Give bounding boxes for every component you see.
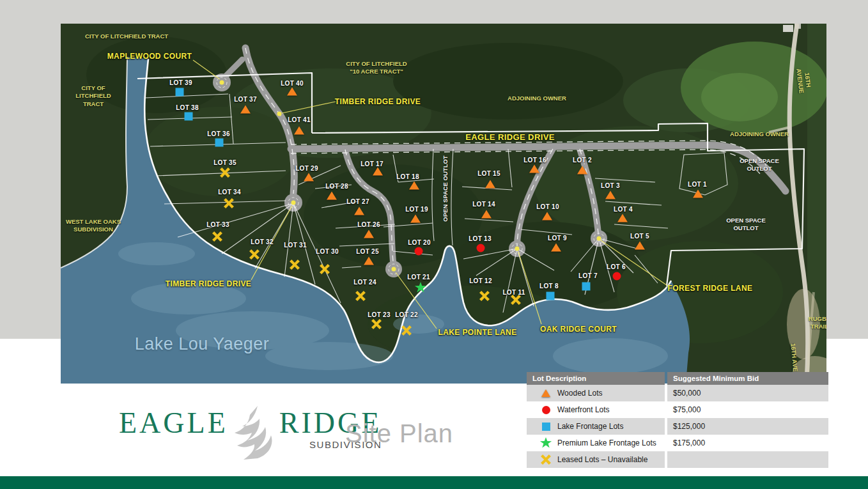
lot-label: LOT 23 <box>368 311 391 318</box>
legend-row-bid: $75,000 <box>667 401 828 418</box>
legend-row: Leased Lots – Unavailable <box>527 451 828 468</box>
legend-row-label: Leased Lots – Unavailable <box>557 455 647 464</box>
lot-label: LOT 7 <box>578 272 598 279</box>
lot-marker-wooded <box>327 192 337 200</box>
lot-label: LOT 12 <box>469 277 492 284</box>
lot-label: LOT 32 <box>251 238 274 245</box>
lot-label: LOT 1 <box>688 181 707 188</box>
lot-marker-leased <box>401 325 412 336</box>
waterfront-marker-icon <box>534 406 557 414</box>
area-label: OPEN SPACE OUTLOT <box>740 157 779 173</box>
lot-marker-leased <box>511 295 521 305</box>
legend-row-label: Waterfront Lots <box>557 405 610 414</box>
lot-label: LOT 4 <box>614 206 633 213</box>
lot-label: LOT 3 <box>601 182 620 189</box>
lot-marker-waterfront <box>415 247 423 256</box>
legend-lot-description-cell: Waterfront Lots <box>527 401 665 418</box>
road-label: EAGLE RIDGE DRIVE <box>465 132 555 142</box>
eagle-icon <box>226 405 284 460</box>
lot-label: LOT 6 <box>607 263 626 270</box>
lot-label: LOT 30 <box>316 248 339 255</box>
lot-marker-wooded <box>529 165 539 173</box>
lot-marker-wooded <box>635 242 645 250</box>
lot-marker-wooded <box>617 214 628 222</box>
area-label: CITY OF LITCHFIELD TRACT <box>85 33 168 40</box>
area-label: WEST LAKE OAKS SUBDIVISION <box>66 218 121 234</box>
road-label: MAPLEWOOD COURT <box>107 52 192 61</box>
lot-label: LOT 20 <box>408 239 431 246</box>
lot-marker-wooded <box>294 127 304 135</box>
legend-row-label: Premium Lake Frontage Lots <box>557 439 656 447</box>
lot-marker-wooded <box>410 215 421 223</box>
lot-marker-wooded <box>481 210 492 219</box>
lot-marker-wooded <box>409 182 419 190</box>
area-label: 16TH AVENUE <box>794 67 812 94</box>
lot-label: LOT 37 <box>234 96 257 103</box>
area-label: OPEN SPACE OUTLOT <box>442 155 449 221</box>
lot-label: LOT 8 <box>539 283 559 290</box>
lot-marker-lake-frontage <box>185 113 193 121</box>
lot-label: LOT 38 <box>176 104 199 111</box>
lot-label: LOT 41 <box>288 116 311 123</box>
site-plan-map: CITY OF LITCHFIELD TRACTCITY OF LITCHFIE… <box>61 24 826 384</box>
road-label: LAKE POINTE LANE <box>438 328 516 337</box>
lot-label: LOT 5 <box>630 233 649 240</box>
lot-marker-wooded <box>287 88 297 96</box>
lot-marker-leased <box>249 249 260 260</box>
lot-marker-lake-frontage <box>582 283 591 291</box>
lot-marker-waterfront <box>613 272 621 281</box>
lot-marker-lake-frontage <box>546 292 555 300</box>
lot-label: LOT 15 <box>477 170 500 177</box>
legend-row-bid <box>667 451 828 468</box>
lot-label: LOT 40 <box>281 80 304 87</box>
lot-marker-wooded <box>542 212 552 221</box>
legend-row-bid: $175,000 <box>667 435 828 451</box>
lot-label: LOT 39 <box>169 79 192 86</box>
footer-bar <box>0 476 868 489</box>
area-label: CITY OF LITCHFIELD TRACT <box>75 84 111 108</box>
wooded-marker-icon <box>534 389 557 397</box>
lot-marker-lake-frontage <box>215 139 224 147</box>
lot-marker-leased <box>479 291 490 301</box>
area-label: 16TH AVE <box>789 343 799 371</box>
lot-marker-leased <box>212 231 222 242</box>
lot-marker-wooded <box>551 244 561 252</box>
road-label: TIMBER RIDGE DRIVE <box>335 97 421 106</box>
lot-label: LOT 29 <box>295 165 318 172</box>
lot-marker-wooded <box>693 190 703 198</box>
lot-label: LOT 35 <box>213 159 236 166</box>
lot-label: LOT 34 <box>218 189 241 196</box>
legend-row-label: Wooded Lots <box>557 389 603 398</box>
lot-marker-leased <box>320 264 330 274</box>
lot-label: LOT 16 <box>523 157 546 164</box>
legend-table: Lot Description Suggested Minimum Bid Wo… <box>527 372 828 468</box>
lot-marker-leased <box>355 291 366 301</box>
lot-marker-leased <box>224 198 234 208</box>
area-label: Lake Lou Yaeger <box>135 333 270 355</box>
area-label: CITY OF LITCHFIELD "10 ACRE TRACT" <box>346 60 407 76</box>
lot-label: LOT 18 <box>396 173 419 180</box>
legend-header-minimum-bid: Suggested Minimum Bid <box>667 372 828 385</box>
legend-header-lot-description: Lot Description <box>527 372 665 385</box>
map-labels-layer: CITY OF LITCHFIELD TRACTCITY OF LITCHFIE… <box>61 24 826 384</box>
logo-eagle-text: EAGLE <box>119 405 228 442</box>
lot-marker-wooded <box>605 191 616 199</box>
area-label: OPEN SPACE OUTLOT <box>726 217 766 233</box>
lot-label: LOT 25 <box>356 248 379 255</box>
area-label: ADJOINING OWNER <box>730 130 789 138</box>
legend-row: Lake Frontage Lots$125,000 <box>527 418 828 435</box>
lot-marker-leased <box>220 167 230 178</box>
lot-label: LOT 19 <box>405 206 428 213</box>
lot-marker-leased <box>290 260 300 270</box>
lot-label: LOT 28 <box>325 183 348 190</box>
road-label: OAK RIDGE COURT <box>540 325 617 334</box>
leased-marker-icon <box>534 454 557 465</box>
lot-label: LOT 22 <box>395 311 418 318</box>
lot-label: LOT 10 <box>536 203 559 210</box>
legend-row: Waterfront Lots$75,000 <box>527 401 828 418</box>
lot-label: LOT 26 <box>357 221 380 228</box>
lot-label: LOT 9 <box>548 235 567 242</box>
lot-label: LOT 33 <box>206 221 229 228</box>
lot-marker-wooded <box>364 230 374 238</box>
lot-label: LOT 17 <box>360 160 384 167</box>
